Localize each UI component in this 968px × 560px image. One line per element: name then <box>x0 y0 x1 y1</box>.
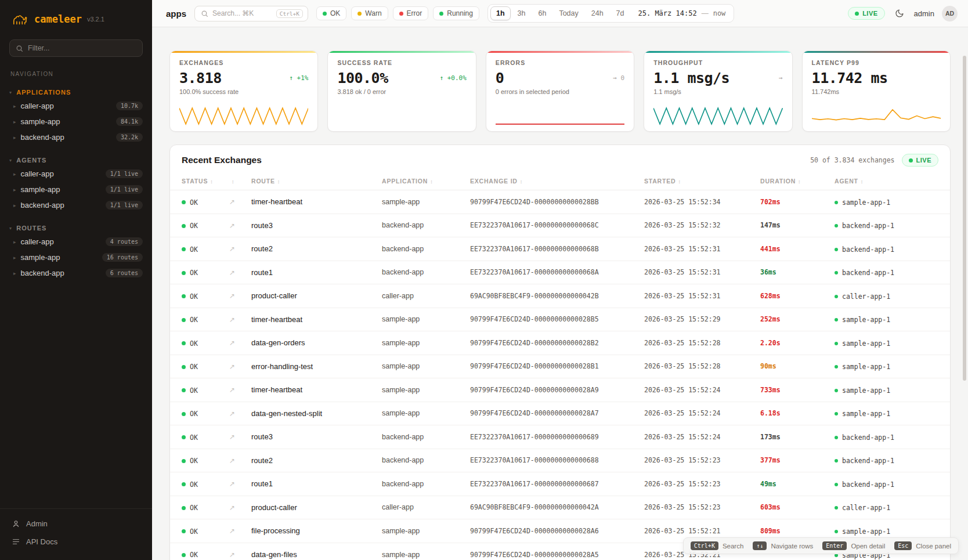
table-row[interactable]: OK↗error-handling-testsample-app90799F47… <box>170 355 950 378</box>
duration-cell: 147ms <box>754 214 829 237</box>
open-exchange-icon[interactable]: ↗ <box>229 527 235 535</box>
chevron-down-icon: ▾ <box>9 158 12 163</box>
column-header-route[interactable]: ROUTE↕ <box>245 173 376 190</box>
table-row[interactable]: OK↗product-callercaller-app69AC90BF8EBC4… <box>170 496 950 519</box>
global-search-input[interactable] <box>212 9 272 17</box>
column-header-exchange-id[interactable]: EXCHANGE ID↕ <box>464 173 638 190</box>
table-row[interactable]: OK↗timer-heartbeatsample-app90799F47E6CD… <box>170 378 950 402</box>
sidebar-item-applications-sample-app[interactable]: ▸sample-app84.1k <box>0 114 152 129</box>
table-row[interactable]: OK↗product-callercaller-app69AC90BF8EBC4… <box>170 284 950 308</box>
sidebar-item-applications-caller-app[interactable]: ▸caller-app10.7k <box>0 98 152 114</box>
scrollbar[interactable] <box>963 56 966 381</box>
status-filter-error[interactable]: Error <box>393 6 429 20</box>
table-row[interactable]: OK↗route3backend-appEE7322370A10617-0000… <box>170 214 950 237</box>
duration-cell: 36ms <box>754 261 829 284</box>
open-exchange-icon[interactable]: ↗ <box>229 269 235 277</box>
column-header-status[interactable]: STATUS↕ <box>170 173 223 190</box>
ok-status-dot <box>182 482 186 486</box>
column-header-duration[interactable]: DURATION↕ <box>754 173 829 190</box>
open-exchange-icon[interactable]: ↗ <box>229 316 235 324</box>
status-cell: OK <box>182 198 198 207</box>
sidebar-item-routes-caller-app[interactable]: ▸caller-app4 routes <box>0 234 152 250</box>
table-row[interactable]: OK↗route2backend-appEE7322370A10617-0000… <box>170 237 950 261</box>
time-period[interactable]: 25. März 14:52 — now <box>638 9 726 17</box>
stat-accent-bar <box>170 51 317 53</box>
exchange-id-cell: EE7322370A10617-000000000000068B <box>464 237 638 261</box>
live-dot <box>855 12 859 16</box>
started-cell: 2026-03-25 15:52:24 <box>638 378 754 402</box>
open-exchange-icon[interactable]: ↗ <box>229 292 235 300</box>
table-row[interactable]: OK↗timer-heartbeatsample-app90799F47E6CD… <box>170 190 950 214</box>
time-range-6h[interactable]: 6h <box>532 6 552 20</box>
status-cell: OK <box>182 551 198 559</box>
open-exchange-icon[interactable]: ↗ <box>229 551 235 559</box>
column-header-started[interactable]: STARTED↕ <box>638 173 754 190</box>
sidebar-section-agents: ▾AGENTS▸caller-app1/1 live▸sample-app1/1… <box>0 154 152 213</box>
table-row[interactable]: OK↗route2backend-appEE7322370A10617-0000… <box>170 449 950 472</box>
sidebar-item-agents-backend-app[interactable]: ▸backend-app1/1 live <box>0 197 152 213</box>
open-exchange-icon[interactable]: ↗ <box>229 198 235 206</box>
table-live-badge[interactable]: LIVE <box>902 154 938 167</box>
agent-cell: sample-app-1 <box>835 316 890 324</box>
open-exchange-icon[interactable]: ↗ <box>229 410 235 418</box>
time-range-today[interactable]: Today <box>553 6 584 20</box>
item-badge: 84.1k <box>116 117 143 126</box>
time-range-7d[interactable]: 7d <box>611 6 630 20</box>
section-header-routes[interactable]: ▾ROUTES <box>0 222 152 234</box>
route-cell: route3 <box>245 425 376 449</box>
section-header-agents[interactable]: ▾AGENTS <box>0 154 152 166</box>
logo[interactable]: cameleer v3.2.1 <box>0 0 152 35</box>
sidebar-footer-api-docs[interactable]: API Docs <box>0 533 152 551</box>
open-exchange-icon[interactable]: ↗ <box>229 386 235 394</box>
open-exchange-icon[interactable]: ↗ <box>229 339 235 347</box>
sidebar-item-routes-backend-app[interactable]: ▸backend-app6 routes <box>0 265 152 281</box>
sidebar-item-agents-sample-app[interactable]: ▸sample-app1/1 live <box>0 182 152 197</box>
open-exchange-icon[interactable]: ↗ <box>229 504 235 512</box>
theme-toggle-button[interactable] <box>893 6 906 20</box>
sidebar-item-agents-caller-app[interactable]: ▸caller-app1/1 live <box>0 166 152 182</box>
table-row[interactable]: OK↗route3backend-appEE7322370A10617-0000… <box>170 425 950 449</box>
status-filter-label: OK <box>330 9 340 17</box>
section-header-applications[interactable]: ▾APPLICATIONS <box>0 86 152 98</box>
application-cell: backend-app <box>376 261 464 284</box>
status-filter-running[interactable]: Running <box>433 6 479 20</box>
table-row[interactable]: OK↗timer-heartbeatsample-app90799F47E6CD… <box>170 308 950 331</box>
open-exchange-icon[interactable]: ↗ <box>229 433 235 441</box>
status-filter-warn[interactable]: Warn <box>351 6 388 20</box>
agent-cell: caller-app-1 <box>835 504 890 512</box>
open-exchange-icon[interactable]: ↗ <box>229 480 235 488</box>
sidebar-item-applications-backend-app[interactable]: ▸backend-app32.2k <box>0 129 152 145</box>
sidebar-footer-admin[interactable]: Admin <box>0 515 152 533</box>
agent-label: backend-app-1 <box>842 480 894 489</box>
open-exchange-icon[interactable]: ↗ <box>229 363 235 371</box>
status-filter-ok[interactable]: OK <box>316 6 346 20</box>
page-title: apps <box>166 9 186 19</box>
sort-icon: ↕ <box>430 179 433 185</box>
table-row[interactable]: OK↗data-gen-orderssample-app90799F47E6CD… <box>170 331 950 355</box>
open-exchange-icon[interactable]: ↗ <box>229 222 235 230</box>
column-header-expand[interactable]: ↕ <box>223 173 245 190</box>
agent-cell: sample-app-1 <box>835 386 890 395</box>
time-range-1h[interactable]: 1h <box>490 6 511 20</box>
column-header-agent[interactable]: AGENT↕ <box>829 173 950 190</box>
exchange-id-cell: 69AC90BF8EBC4F9-000000000000042A <box>464 496 638 519</box>
column-header-application[interactable]: APPLICATION↕ <box>376 173 464 190</box>
avatar[interactable]: AD <box>942 6 958 21</box>
table-row[interactable]: OK↗route1backend-appEE7322370A10617-0000… <box>170 261 950 284</box>
table-row[interactable]: OK↗data-gen-nested-splitsample-app90799F… <box>170 402 950 425</box>
agent-status-dot <box>835 342 838 345</box>
time-range-24h[interactable]: 24h <box>586 6 609 20</box>
global-search[interactable]: Ctrl+K <box>194 6 308 21</box>
live-badge[interactable]: LIVE <box>848 7 884 20</box>
duration-cell: 49ms <box>754 472 829 496</box>
status-dot <box>399 12 403 16</box>
time-range-group: 1h3h6hToday24h7d <box>490 6 630 20</box>
table-row[interactable]: OK↗route1backend-appEE7322370A10617-0000… <box>170 472 950 496</box>
agent-label: backend-app-1 <box>842 457 894 465</box>
open-exchange-icon[interactable]: ↗ <box>229 457 235 465</box>
sidebar-filter-input[interactable] <box>28 44 136 52</box>
open-exchange-icon[interactable]: ↗ <box>229 245 235 253</box>
sidebar-item-routes-sample-app[interactable]: ▸sample-app16 routes <box>0 250 152 265</box>
time-range-3h[interactable]: 3h <box>512 6 532 20</box>
shortcut-label: Navigate rows <box>771 543 813 550</box>
